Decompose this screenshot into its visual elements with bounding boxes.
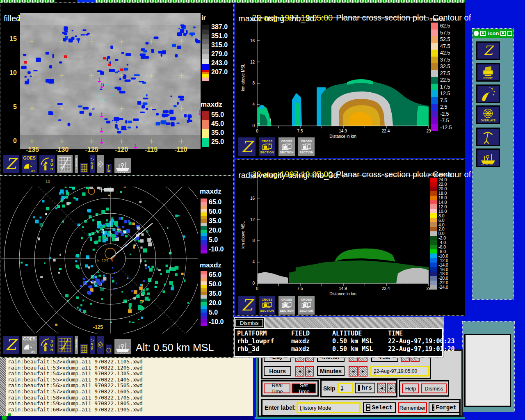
colorbar-segment bbox=[202, 138, 209, 147]
ppi-colorbar-2 bbox=[201, 271, 207, 326]
remember-button[interactable]: Remember bbox=[398, 402, 427, 413]
stepper-left-button[interactable]: ◀ bbox=[349, 366, 358, 377]
map-tool-button[interactable]: MAP bbox=[89, 335, 96, 355]
tick-label: 0 bbox=[3, 138, 17, 144]
ppi-colorbar-title-1: maxdz bbox=[200, 187, 221, 196]
window-menu-button[interactable] bbox=[480, 31, 485, 36]
skip-label: Skip bbox=[323, 385, 336, 392]
icon-window-titlebar: icon bbox=[472, 29, 514, 38]
terminal-scrollbar[interactable] bbox=[0, 358, 6, 416]
colorbar-value-label: 315.0 bbox=[211, 41, 228, 50]
sur-tool-button[interactable]: SUR bbox=[39, 335, 56, 355]
colorbar-value-label: 14.0 bbox=[438, 200, 448, 205]
bounds-tool-button[interactable]: BOUNDS bbox=[74, 335, 79, 355]
forget-menu-button[interactable]: Forget bbox=[429, 402, 460, 413]
table-cell: 0.50 km MSL bbox=[332, 338, 388, 345]
colorbar-segment bbox=[202, 34, 209, 39]
ir-y-axis-ticks: 151050 bbox=[3, 36, 17, 144]
ir-toolbar: ZGOES.IRSURBOUNDSMAP bbox=[0, 154, 200, 175]
skip-unit-menu-button[interactable]: hrs bbox=[355, 383, 375, 393]
tick-label: 7.5 bbox=[293, 129, 308, 134]
stepper-right-button[interactable]: ▶ bbox=[358, 366, 368, 377]
colorbar-segment bbox=[430, 227, 437, 231]
tick-label: 0 bbox=[250, 129, 265, 134]
stepper-right-button[interactable]: ▶ bbox=[305, 366, 314, 377]
colorbar-value-label: 17.5 bbox=[440, 84, 452, 91]
skip-unit-text: hrs bbox=[362, 385, 372, 391]
select-menu-button[interactable]: Select bbox=[363, 402, 396, 413]
colorbar-segment bbox=[430, 222, 437, 227]
cross-tool-button[interactable]: CROSSSECTION bbox=[278, 137, 296, 157]
svg-text:S: S bbox=[50, 158, 53, 162]
map-tool-button[interactable]: MAP bbox=[89, 154, 96, 174]
gear-tool-button[interactable] bbox=[96, 335, 105, 355]
colorbar-value-label: 37.5 bbox=[440, 57, 452, 64]
colorbar-segment bbox=[430, 204, 437, 209]
colorbar-value-label: -20.0 bbox=[438, 276, 448, 281]
zeb-tool-button[interactable]: Z bbox=[2, 154, 20, 174]
gridradar-tool-button[interactable] bbox=[56, 335, 73, 355]
set-time-button[interactable]: Set Time bbox=[292, 383, 316, 393]
gridradar-tool-button[interactable] bbox=[56, 154, 73, 174]
cross-tool-button[interactable]: CROSSSECTION bbox=[278, 295, 296, 315]
gear-tool-button[interactable] bbox=[96, 154, 105, 174]
ship-tool-button[interactable] bbox=[114, 158, 132, 174]
zeb-tool-button[interactable]: Z bbox=[237, 295, 256, 315]
cross-tool-button[interactable]: CROSSSECTION bbox=[297, 137, 315, 157]
cross-tool-button[interactable]: CROSSSECTION bbox=[258, 137, 276, 157]
terminal-text-area[interactable]: rain:beaufait:52>xdump.a11 970822.1105.x… bbox=[6, 358, 253, 416]
colorbar-segment bbox=[201, 295, 207, 299]
colorbar-segment bbox=[430, 187, 437, 191]
stepper-left-button[interactable]: ◀ bbox=[377, 383, 386, 393]
table-cell: 0.50 km MSL bbox=[332, 345, 388, 353]
cross-tool-button[interactable]: CROSSSECTION bbox=[297, 295, 315, 315]
sur-tool-button[interactable]: SUR bbox=[39, 154, 56, 174]
ship-icon-button[interactable] bbox=[476, 148, 500, 167]
colorbar-segment bbox=[202, 30, 209, 34]
circle-tool-button[interactable] bbox=[105, 344, 112, 355]
colorbar-value-label: -8.0 bbox=[438, 249, 448, 254]
gridsmall-tool-button[interactable] bbox=[80, 343, 89, 355]
skip-value-field[interactable]: 1 bbox=[338, 383, 353, 393]
buoy-tool-button[interactable] bbox=[105, 163, 112, 174]
zeb-icon-button[interactable]: Z bbox=[476, 41, 500, 60]
window-minimize-button[interactable] bbox=[500, 31, 505, 36]
cross-tool-button[interactable]: CROSSSECTION bbox=[258, 295, 276, 315]
antenna-icon-button[interactable] bbox=[476, 128, 500, 146]
overlays-icon-button[interactable]: OVERLAYS bbox=[476, 105, 500, 124]
zeb-tool-button[interactable]: Z bbox=[237, 137, 256, 157]
svg-text:P: P bbox=[91, 348, 94, 351]
colorbar-segment bbox=[202, 44, 209, 49]
goes-tool-button[interactable]: GOES.IR bbox=[21, 154, 38, 174]
bounds-tool-button[interactable]: BOUNDS bbox=[74, 154, 79, 174]
colorbar-segment bbox=[201, 233, 207, 236]
colorbar-value-label: 42.5 bbox=[440, 50, 452, 57]
contour-fills bbox=[258, 249, 429, 283]
svg-text:.IR: .IR bbox=[30, 350, 34, 354]
zeb-tool-button[interactable]: Z bbox=[2, 335, 20, 355]
window-menu-circle-button[interactable] bbox=[474, 31, 479, 36]
colorbar-value-label: 0.0 bbox=[438, 231, 448, 236]
menu-icon bbox=[358, 385, 360, 391]
stepper-left-button[interactable]: ◀ bbox=[295, 366, 304, 377]
sweep-icon-button[interactable] bbox=[476, 84, 500, 103]
colorbar-segment bbox=[201, 205, 207, 209]
goes-tool-button[interactable]: GOES.IR bbox=[21, 335, 38, 355]
ship-tool-button[interactable] bbox=[114, 338, 132, 355]
window-iconify-button[interactable] bbox=[507, 31, 512, 36]
stepper-right-button[interactable]: ▶ bbox=[387, 383, 396, 393]
terminal-line: rain:beaufait:55>xdump.a11 970822.1405.x… bbox=[8, 377, 253, 383]
svg-text:U: U bbox=[50, 343, 53, 347]
dialog-dismiss-button[interactable]: Dismiss bbox=[421, 383, 447, 393]
colorbar-value-label: 4.0 bbox=[438, 222, 448, 227]
print-icon-button[interactable]: PRINT bbox=[476, 63, 500, 82]
help-button[interactable]: Help bbox=[402, 383, 419, 393]
tick-label: -130 bbox=[53, 146, 71, 154]
time-value-field[interactable]: 22-Aug-97,19:05:00 bbox=[370, 366, 429, 377]
real-time-button[interactable]: Real Time bbox=[264, 383, 290, 393]
colorbar-segment bbox=[431, 43, 438, 50]
colorbar-value-label: -24.0 bbox=[438, 285, 448, 290]
label-field[interactable]: History Mode bbox=[297, 402, 361, 413]
gridsmall-tool-button[interactable] bbox=[80, 162, 89, 174]
overlay-dismiss-button[interactable]: Dismiss bbox=[235, 319, 263, 327]
